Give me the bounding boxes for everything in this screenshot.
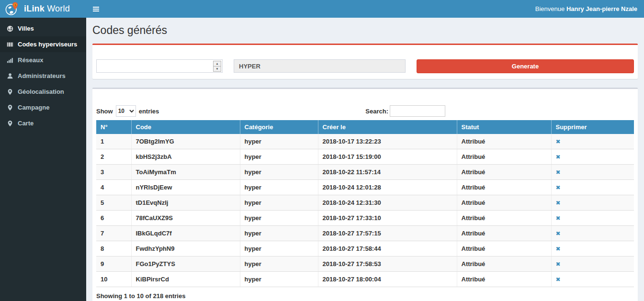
table-info: Showing 1 to 10 of 218 entries [96,292,634,300]
cell-status: Attribué [457,226,551,241]
delete-icon[interactable]: ✖ [556,261,561,268]
cell-num: 8 [96,241,131,256]
column-header-supprimer[interactable]: Supprimer [551,120,634,134]
cell-category: hyper [240,180,318,195]
sidebar-item-geolocalisation[interactable]: Géolocalisation [0,84,86,100]
cell-code: 7OBtg2ImYG [131,134,240,149]
cell-created: 2018-10-24 12:01:28 [318,180,457,195]
sidebar-item-label: Géolocalisation [18,88,64,95]
cell-category: hyper [240,256,318,272]
codes-table-box: Show 10 entries Search: N° Code Catégori… [92,88,638,301]
table-row: 9 FGo1PyZTYS hyper 2018-10-27 17:58:53 A… [96,256,634,272]
cell-category: hyper [240,226,318,241]
delete-icon[interactable]: ✖ [556,215,561,222]
delete-icon[interactable]: ✖ [556,138,561,145]
user-menu[interactable]: Bienvenue Hanry Jean-pierre Nzale [535,5,644,12]
delete-icon[interactable]: ✖ [556,230,561,237]
globe-icon [7,25,13,32]
cell-category: hyper [240,134,318,149]
cell-num: 10 [96,272,131,287]
cell-created: 2018-10-17 13:22:23 [318,134,457,149]
page-length-select[interactable]: 10 [116,105,136,117]
column-header-num[interactable]: N° [96,120,131,134]
top-bar: $ iLink World Bienvenue Hanry Jean-pierr… [0,0,644,18]
cell-code: nYRIsDjEew [131,180,240,195]
quantity-stepper: ▲ ▼ [96,59,223,73]
cell-status: Attribué [457,211,551,226]
entries-label: entries [139,108,159,115]
cell-created: 2018-10-27 17:58:53 [318,256,457,272]
category-field[interactable] [234,59,406,73]
table-row: 1 7OBtg2ImYG hyper 2018-10-17 13:22:23 A… [96,134,634,149]
delete-icon[interactable]: ✖ [556,200,561,206]
generate-button[interactable]: Generate [417,59,634,73]
table-row: 5 tD1EvqNzIj hyper 2018-10-24 12:31:30 A… [96,195,634,211]
map-marker-icon [7,120,13,127]
welcome-label: Bienvenue [535,5,566,12]
cell-num: 5 [96,195,131,211]
delete-icon[interactable]: ✖ [556,276,561,283]
cell-created: 2018-10-17 15:19:00 [318,149,457,165]
cell-status: Attribué [457,272,551,287]
cell-status: Attribué [457,241,551,256]
cell-code: kbHS2j3zbA [131,149,240,165]
cell-num: 6 [96,211,131,226]
sidebar-item-administrateurs[interactable]: Administrateurs [0,68,86,84]
search-input[interactable] [390,105,445,117]
sidebar-item-label: Réseaux [18,56,43,64]
delete-icon[interactable]: ✖ [556,169,561,176]
stepper-down-icon[interactable]: ▼ [214,66,221,71]
quantity-input[interactable] [96,59,223,73]
sidebar-item-label: Codes hyperviseurs [18,41,77,48]
sidebar-toggle-icon[interactable] [86,7,106,11]
cell-category: hyper [240,211,318,226]
sidebar-item-campagne[interactable]: Campagne [0,100,86,115]
stepper-up-icon[interactable]: ▲ [214,61,221,66]
sidebar-item-label: Administrateurs [18,72,66,79]
column-header-statut[interactable]: Statut [457,120,551,134]
page-title: Codes générés [92,24,638,37]
cell-created: 2018-10-27 17:33:10 [318,211,457,226]
delete-icon[interactable]: ✖ [556,154,561,160]
brand-title: iLink World [24,4,70,14]
search-label: Search: [365,108,388,115]
cell-num: 3 [96,165,131,180]
delete-icon[interactable]: ✖ [556,184,561,191]
table-row: 2 kbHS2j3zbA hyper 2018-10-17 15:19:00 A… [96,149,634,165]
barcode-icon [7,41,13,48]
globe-pin-logo-icon: $ [5,1,20,17]
column-header-code[interactable]: Code [131,120,240,134]
cell-created: 2018-10-27 17:58:44 [318,241,457,256]
cell-status: Attribué [457,180,551,195]
sidebar-item-codes-hyperviseurs[interactable]: Codes hyperviseurs [0,36,86,52]
cell-created: 2018-10-27 18:00:04 [318,272,457,287]
cell-category: hyper [240,149,318,165]
sidebar: Villes Codes hyperviseurs Réseaux [0,18,86,301]
cell-category: hyper [240,241,318,256]
column-header-categorie[interactable]: Catégorie [240,120,318,134]
table-row: 8 FwdhzYphN9 hyper 2018-10-27 17:58:44 A… [96,241,634,256]
cell-code: 78fCaUXZ9S [131,211,240,226]
navbar: Bienvenue Hanry Jean-pierre Nzale [86,0,644,18]
table-row: 7 IBkGLqdC7f hyper 2018-10-27 17:57:15 A… [96,226,634,241]
cell-num: 4 [96,180,131,195]
cell-code: ToAiMymaTm [131,165,240,180]
sidebar-item-reseaux[interactable]: Réseaux [0,52,86,68]
user-icon [7,73,13,79]
sidebar-item-carte[interactable]: Carte [0,115,86,131]
cell-status: Attribué [457,134,551,149]
column-header-creer-le[interactable]: Créer le [318,120,457,134]
cell-status: Attribué [457,165,551,180]
generate-codes-box: ▲ ▼ Generate [92,44,638,79]
delete-icon[interactable]: ✖ [556,245,561,252]
show-label: Show [96,108,113,115]
sidebar-item-label: Carte [18,120,34,127]
map-marker-icon [7,89,13,95]
app-logo[interactable]: $ iLink World [0,0,86,18]
cell-code: FGo1PyZTYS [131,256,240,272]
cell-num: 7 [96,226,131,241]
sidebar-item-villes[interactable]: Villes [0,21,86,36]
signal-icon [7,57,13,64]
table-toolbar: Show 10 entries Search: [96,105,634,117]
sidebar-item-label: Villes [18,25,34,32]
